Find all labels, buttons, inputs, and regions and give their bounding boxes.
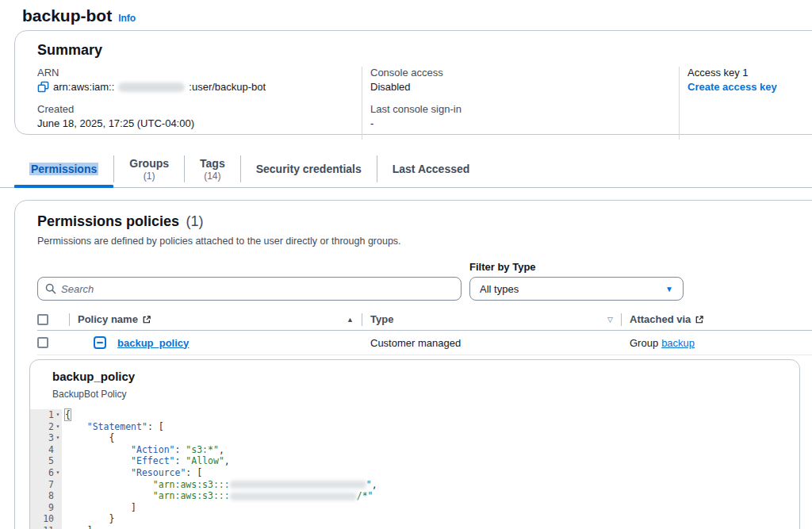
attached-via-group-link[interactable]: backup bbox=[661, 337, 695, 349]
page-header: backup-bot Info bbox=[22, 6, 136, 25]
policies-count: (1) bbox=[186, 213, 204, 229]
search-icon bbox=[45, 283, 56, 294]
console-access-value: Disabled bbox=[370, 81, 663, 93]
info-link[interactable]: Info bbox=[118, 13, 136, 24]
chevron-down-icon: ▼ bbox=[665, 285, 673, 293]
policy-detail-description: BackupBot Policy bbox=[52, 389, 777, 400]
type-filter-select[interactable]: All types ▼ bbox=[469, 277, 684, 301]
column-divider bbox=[621, 313, 622, 326]
policies-description: Permissions are defined by policies atta… bbox=[37, 236, 812, 247]
sort-ascending-icon[interactable]: ▲ bbox=[347, 316, 354, 324]
external-link-icon bbox=[142, 315, 151, 324]
policy-json-editor[interactable]: 1▾2▾3▾456▾78910111213 { "Statement": [ {… bbox=[30, 409, 799, 529]
arn-value-suffix: :user/backup-bot bbox=[189, 81, 266, 93]
column-type[interactable]: Type bbox=[370, 313, 393, 325]
created-field: Created June 18, 2025, 17:25 (UTC-04:00) bbox=[37, 103, 346, 129]
type-filter-label: Filter by Type bbox=[469, 261, 684, 273]
code-gutter: 1▾2▾3▾456▾78910111213 bbox=[30, 409, 62, 529]
arn-field: ARN arn:aws:iam:::user/backup-bot bbox=[37, 67, 346, 93]
policy-detail-title: backup_policy bbox=[52, 370, 777, 383]
summary-heading: Summary bbox=[37, 42, 812, 59]
summary-col-access-key: Access key 1 Create access key bbox=[679, 67, 812, 140]
sort-indicator-icon[interactable]: ▽ bbox=[607, 316, 613, 324]
last-sign-in-value: - bbox=[370, 117, 663, 129]
type-filter-group: Filter by Type All types ▼ bbox=[469, 261, 684, 301]
last-sign-in-field: Last console sign-in - bbox=[370, 103, 663, 129]
external-link-icon bbox=[695, 315, 704, 324]
summary-grid: ARN arn:aws:iam:::user/backup-bot Create… bbox=[37, 67, 812, 140]
page-title: backup-bot bbox=[22, 6, 112, 25]
tab-groups[interactable]: Groups (1) bbox=[114, 151, 184, 187]
search-input[interactable] bbox=[61, 283, 454, 295]
attached-via-prefix: Group bbox=[630, 337, 658, 349]
access-key-label: Access key 1 bbox=[688, 67, 812, 79]
tab-last-accessed[interactable]: Last Accessed bbox=[377, 151, 485, 187]
tab-bar: Permissions Groups (1) Tags (14) Securit… bbox=[0, 151, 812, 188]
summary-col-console: Console access Disabled Last console sig… bbox=[362, 67, 679, 140]
policies-title: Permissions policies bbox=[37, 213, 179, 229]
column-attached-via[interactable]: Attached via bbox=[630, 313, 704, 325]
arn-value-prefix: arn:aws:iam:: bbox=[53, 81, 114, 93]
search-box[interactable] bbox=[37, 277, 462, 301]
type-filter-value: All types bbox=[480, 283, 519, 295]
arn-label: ARN bbox=[37, 67, 346, 79]
policy-type-cell: Customer managed bbox=[370, 337, 461, 349]
collapse-row-icon[interactable] bbox=[94, 336, 106, 349]
access-key-field: Access key 1 Create access key bbox=[688, 67, 812, 93]
table-header-row: Policy name ▲ Type ▽ bbox=[37, 309, 812, 331]
column-policy-name[interactable]: Policy name bbox=[78, 313, 151, 325]
policy-name-link[interactable]: backup_policy bbox=[117, 337, 189, 349]
permissions-policies-card: Permissions policies (1) Permissions are… bbox=[14, 200, 812, 529]
select-all-checkbox[interactable] bbox=[37, 314, 48, 325]
row-checkbox[interactable] bbox=[37, 337, 48, 348]
tab-security-credentials[interactable]: Security credentials bbox=[241, 151, 377, 187]
created-label: Created bbox=[37, 103, 346, 115]
policy-detail-panel: backup_policy BackupBot Policy 1▾2▾3▾456… bbox=[29, 359, 800, 529]
created-value: June 18, 2025, 17:25 (UTC-04:00) bbox=[37, 117, 346, 129]
table-row: backup_policy Customer managed Group bac… bbox=[37, 331, 812, 355]
tab-permissions[interactable]: Permissions bbox=[14, 151, 113, 187]
last-sign-in-label: Last console sign-in bbox=[370, 103, 663, 115]
column-divider bbox=[69, 313, 70, 326]
redacted-account-id bbox=[118, 82, 185, 92]
summary-card: Summary ARN arn:aws:iam:::user/backup-bo… bbox=[14, 30, 812, 135]
tab-tags[interactable]: Tags (14) bbox=[185, 151, 240, 187]
column-divider bbox=[362, 313, 362, 326]
policies-table: Policy name ▲ Type ▽ bbox=[37, 309, 812, 355]
filter-row: Filter by Type All types ▼ bbox=[37, 261, 812, 301]
console-access-field: Console access Disabled bbox=[370, 67, 663, 93]
code-lines: { "Statement": [ { "Action": "s3:*", "Ef… bbox=[62, 409, 799, 529]
console-access-label: Console access bbox=[370, 67, 663, 79]
create-access-key-link[interactable]: Create access key bbox=[688, 81, 812, 93]
copy-icon[interactable] bbox=[37, 81, 49, 93]
summary-col-arn: ARN arn:aws:iam:::user/backup-bot Create… bbox=[37, 67, 362, 140]
